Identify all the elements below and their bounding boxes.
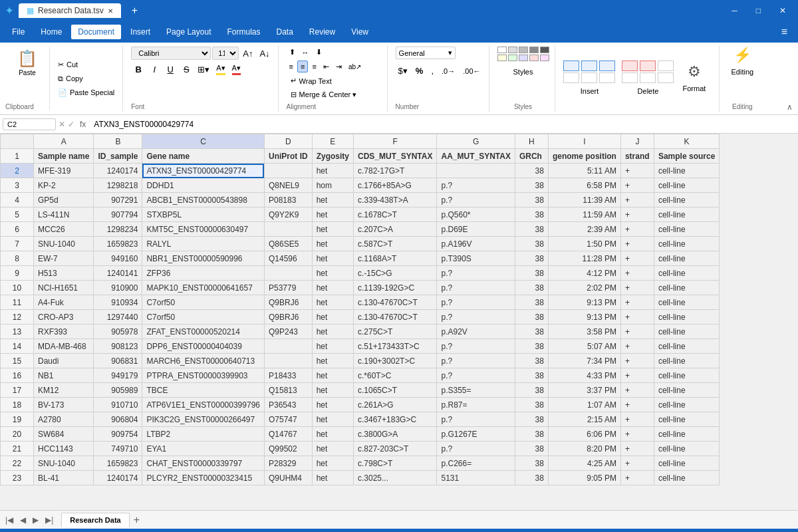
cell-aa-mut[interactable]: p.? [437, 193, 515, 207]
cell-cds-mut[interactable]: c.1766+85A>G [354, 178, 437, 193]
cell-sample-source[interactable]: cell-line [654, 207, 719, 222]
cell-sample-name[interactable]: A4-Fuk [34, 295, 94, 310]
cell-id-sample[interactable]: 907291 [94, 193, 142, 207]
cell-sample-source[interactable]: cell-line [654, 325, 719, 339]
cell-grch[interactable]: 38 [515, 164, 548, 178]
col-header-f[interactable]: F [354, 134, 437, 149]
cell-sample-name[interactable]: NCI-H1651 [34, 281, 94, 295]
cell-sample-source[interactable]: cell-line [654, 383, 719, 398]
merge-cells-button[interactable]: ⊟ Merge & Center ▾ [287, 89, 361, 100]
row-num-cell[interactable]: 9 [1, 266, 34, 281]
cell-sample-name[interactable]: EW-7 [34, 251, 94, 266]
cell-grch[interactable]: 38 [515, 222, 548, 237]
cell-sample-source[interactable]: cell-line [654, 164, 719, 178]
cell-strand[interactable]: + [620, 427, 654, 442]
cell-strand[interactable]: + [620, 193, 654, 207]
cell-zygosity[interactable]: het [312, 266, 353, 281]
font-size-select[interactable]: 11 [212, 47, 239, 60]
cell-aa-mut[interactable]: p.? [437, 354, 515, 368]
cell-uniprot-id[interactable]: P28329 [264, 456, 312, 471]
cell-sample-source[interactable]: cell-line [654, 237, 719, 251]
cell-zygosity[interactable]: het [312, 354, 353, 368]
cell-uniprot-id[interactable]: Q14596 [264, 251, 312, 266]
row-num-cell[interactable]: 20 [1, 427, 34, 442]
cell-zygosity[interactable]: het [312, 398, 353, 412]
cell-sample-name[interactable]: SNU-1040 [34, 456, 94, 471]
cell-cds-mut[interactable]: c.3800G>A [354, 427, 437, 442]
cell-genome-pos[interactable]: 1:07 AM [548, 398, 620, 412]
row-num-cell[interactable]: 10 [1, 281, 34, 295]
cell-uniprot-id[interactable]: P18433 [264, 368, 312, 383]
font-name-select[interactable]: Calibri [131, 47, 211, 60]
cell-uniprot-id[interactable]: P08183 [264, 193, 312, 207]
cell-sample-source[interactable]: cell-line [654, 368, 719, 383]
cell-sample-source[interactable]: cell-line [654, 295, 719, 310]
cell-genome-pos[interactable]: 4:25 AM [548, 456, 620, 471]
cell-uniprot-id[interactable]: Q9P243 [264, 325, 312, 339]
cell-id-sample[interactable]: 1659823 [94, 456, 142, 471]
editing-button[interactable]: Editing [729, 66, 757, 77]
cell-aa-mut[interactable]: p.? [437, 266, 515, 281]
cell-genome-pos[interactable]: 3:37 PM [548, 383, 620, 398]
cut-button[interactable]: ✂ Cut [55, 59, 117, 70]
cell-id-sample[interactable]: 910934 [94, 295, 142, 310]
formula-input[interactable] [91, 118, 795, 130]
cell-zygosity[interactable]: het [312, 251, 353, 266]
cell-strand[interactable]: + [620, 222, 654, 237]
cell-aa-mut[interactable]: p.T390S [437, 251, 515, 266]
cell-sample-name[interactable]: HCC1143 [34, 442, 94, 456]
cell-sample-source[interactable]: cell-line [654, 178, 719, 193]
cell-cds-mut[interactable]: c.*60T>C [354, 368, 437, 383]
cell-id-sample[interactable]: 1240174 [94, 164, 142, 178]
cell-grch[interactable]: 38 [515, 383, 548, 398]
cell-id-sample[interactable]: 949160 [94, 251, 142, 266]
cell-gene-name[interactable]: ZFAT_ENST00000520214 [142, 325, 265, 339]
cell-grch[interactable]: 38 [515, 310, 548, 325]
wrap-text-button[interactable]: ↵ Wrap Text [287, 75, 336, 86]
align-right-button[interactable]: ≡ [309, 61, 319, 72]
cell-sample-name[interactable]: BL-41 [34, 471, 94, 485]
cell-sample-name[interactable]: H513 [34, 266, 94, 281]
paste-special-button[interactable]: 📄 Paste Special [55, 87, 117, 98]
menu-review[interactable]: Review [303, 25, 342, 39]
cell-sample-name[interactable]: LS-411N [34, 207, 94, 222]
cell-genome-pos[interactable]: 2:15 AM [548, 412, 620, 427]
cell-genome-pos[interactable]: 7:34 PM [548, 354, 620, 368]
menu-insert[interactable]: Insert [124, 25, 157, 39]
cell-grch[interactable]: 38 [515, 354, 548, 368]
cell-strand[interactable]: + [620, 339, 654, 354]
cell-genome-pos[interactable]: 4:12 PM [548, 266, 620, 281]
cell-grch[interactable]: 38 [515, 325, 548, 339]
cell-sample-source[interactable]: cell-line [654, 193, 719, 207]
cell-sample-source[interactable]: cell-line [654, 251, 719, 266]
cell-aa-mut[interactable]: p.? [437, 339, 515, 354]
row-num-cell[interactable]: 5 [1, 207, 34, 222]
row-num-cell[interactable]: 11 [1, 295, 34, 310]
cell-sample-source[interactable]: cell-line [654, 310, 719, 325]
cell-aa-mut[interactable]: p.? [437, 295, 515, 310]
cell-genome-pos[interactable]: 9:05 PM [548, 471, 620, 485]
italic-button[interactable]: I [147, 63, 162, 76]
cell-grch[interactable]: 38 [515, 339, 548, 354]
row-num-cell[interactable]: 18 [1, 398, 34, 412]
cell-uniprot-id[interactable]: Q9Y2K9 [264, 207, 312, 222]
cell-id-sample[interactable]: 908123 [94, 339, 142, 354]
col-header-b[interactable]: B [94, 134, 142, 149]
cell-id-sample[interactable]: 1298218 [94, 178, 142, 193]
cell-aa-mut[interactable]: p.A92V [437, 325, 515, 339]
cell-sample-source[interactable]: cell-line [654, 398, 719, 412]
cell-sample-source[interactable]: cell-line [654, 412, 719, 427]
cell-uniprot-id[interactable]: Q14767 [264, 427, 312, 442]
comma-button[interactable]: , [428, 65, 436, 77]
cell-aa-mut[interactable]: 5131 [437, 471, 515, 485]
cell-zygosity[interactable]: het [312, 412, 353, 427]
collapse-ribbon-button[interactable]: ∧ [787, 102, 793, 112]
cell-genome-pos[interactable]: 5:07 AM [548, 339, 620, 354]
cell-strand[interactable]: + [620, 383, 654, 398]
cell-cds-mut[interactable]: c.190+3002T>C [354, 354, 437, 368]
row-num-cell[interactable]: 21 [1, 442, 34, 456]
cell-grch[interactable]: 38 [515, 281, 548, 295]
bold-button[interactable]: B [131, 63, 146, 76]
delete-button[interactable]: Delete [635, 86, 662, 96]
col-header-i[interactable]: I [548, 134, 620, 149]
